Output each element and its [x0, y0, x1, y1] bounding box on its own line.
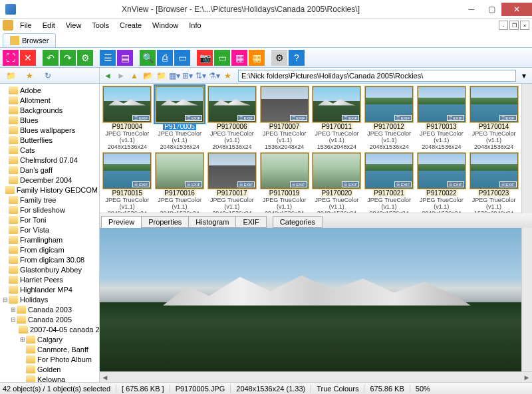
tab-histogram[interactable]: Histogram	[188, 216, 236, 228]
tree-item[interactable]: Kelowna	[0, 374, 99, 382]
view-thumbs-button[interactable]: ▦▾	[169, 70, 180, 81]
tab-exif[interactable]: EXIF	[235, 216, 266, 228]
rotate-left-button[interactable]: ↶	[43, 50, 59, 66]
tree-item[interactable]: Allotment	[0, 95, 99, 105]
menu-create[interactable]: Create	[116, 20, 146, 31]
thumbnail-grid[interactable]: ☰ EXIFP9170004JPEG TrueColor (v1.1)2048x…	[100, 84, 521, 213]
thumbnail[interactable]: ☰ EXIFP9170015JPEG TrueColor (v1.1)2048x…	[102, 153, 152, 213]
tree-item[interactable]: Family tree	[0, 195, 99, 205]
search-button[interactable]: 🔍	[140, 50, 156, 66]
tree-item[interactable]: Harriet Peers	[0, 274, 99, 284]
tree-item[interactable]: For slideshow	[0, 205, 99, 215]
thumbnail[interactable]: ☰ EXIFP9170020JPEG TrueColor (v1.1)2048x…	[312, 153, 362, 213]
tree-item[interactable]: ⊟Holidays	[0, 294, 99, 304]
thumbnail[interactable]: ☰ EXIFP9170005JPEG TrueColor (v1.1)2048x…	[155, 86, 205, 150]
tree-item[interactable]: From digicam	[0, 245, 99, 254]
thumbnail[interactable]: ☰ EXIFP9170019JPEG TrueColor (v1.1)2048x…	[259, 153, 309, 213]
folder-open-icon[interactable]: 📂	[142, 70, 153, 81]
tree-item[interactable]: 2007-04-05 canada 20	[0, 324, 99, 334]
menu-info[interactable]: Info	[185, 20, 205, 31]
menu-view[interactable]: View	[62, 20, 86, 31]
preview-scrollbar[interactable]	[521, 228, 532, 371]
tab-properties[interactable]: Properties	[141, 216, 189, 228]
sort-button[interactable]: ⇅▾	[196, 70, 206, 81]
forward-button[interactable]: ►	[116, 70, 126, 81]
tree-item[interactable]: Cats	[0, 145, 99, 155]
tree-item[interactable]: Blues wallpapers	[0, 125, 99, 135]
thumbnail[interactable]: ☰ EXIFP9170016JPEG TrueColor (v1.1)2048x…	[155, 153, 205, 213]
up-button[interactable]: ▲	[129, 70, 140, 81]
tree-item[interactable]: Family History GEDCOM	[0, 185, 99, 195]
folder-icon2[interactable]: 📁	[156, 70, 166, 81]
mdi-restore[interactable]: ❐	[509, 21, 519, 30]
tab-preview[interactable]: Preview	[101, 216, 142, 228]
scan-button[interactable]: ▭	[174, 50, 190, 66]
mdi-close[interactable]: ×	[520, 21, 529, 30]
filter-button[interactable]: ⚗▾	[209, 70, 219, 81]
menu-edit[interactable]: Edit	[39, 20, 59, 31]
thumbnail[interactable]: ☰ EXIFP9170012JPEG TrueColor (v1.1)2048x…	[364, 86, 414, 150]
slideshow-button[interactable]: ✕	[20, 50, 36, 66]
minimize-button[interactable]: ─	[462, 3, 481, 16]
address-bar[interactable]: E:\Nick folders\Pictures\Holidays\Canada…	[238, 70, 516, 82]
web-button[interactable]: ▦	[231, 50, 247, 66]
rotate-right-button[interactable]: ↷	[60, 50, 76, 66]
thumbnail[interactable]: ☰ EXIFP9170017JPEG TrueColor (v1.1)2048x…	[207, 153, 257, 213]
tree-item[interactable]: For Toni	[0, 215, 99, 225]
tree-item[interactable]: December 2004	[0, 175, 99, 185]
tree-item[interactable]: Backgrounds	[0, 105, 99, 115]
thumbnail[interactable]: ☰ EXIFP9170004JPEG TrueColor (v1.1)2048x…	[102, 86, 152, 150]
thumbnail[interactable]: ☰ EXIFP9170014JPEG TrueColor (v1.1)2048x…	[469, 86, 519, 150]
tab-categories[interactable]: Categories	[273, 216, 323, 228]
thumbnail[interactable]: ☰ EXIFP9170011JPEG TrueColor (v1.1)1536x…	[312, 86, 362, 150]
help-button[interactable]: ?	[289, 50, 305, 66]
fav-star-icon[interactable]: ★	[222, 70, 233, 81]
tree-item[interactable]: Adobe	[0, 85, 99, 95]
thumbnail[interactable]: ☰ EXIFP9170006JPEG TrueColor (v1.1)2048x…	[207, 86, 257, 150]
tree-item[interactable]: Dan's gaff	[0, 165, 99, 175]
tree-item[interactable]: From digicam 30.08	[0, 254, 99, 264]
slideshow2-button[interactable]: ▭	[214, 50, 230, 66]
tree-item[interactable]: Glastonbury Abbey	[0, 264, 99, 274]
tree-item[interactable]: ⊞Calgary	[0, 334, 99, 344]
mdi-minimize[interactable]: -	[499, 21, 508, 30]
tab-browser[interactable]: Browser	[3, 33, 56, 47]
menu-file[interactable]: File	[16, 20, 36, 31]
menu-tools[interactable]: Tools	[88, 20, 113, 31]
tree-item[interactable]: For Photo Album	[0, 354, 99, 364]
tree-item[interactable]: Butterflies	[0, 135, 99, 145]
tree-item[interactable]: Blues	[0, 115, 99, 125]
thumbnail[interactable]: ☰ EXIFP9170021JPEG TrueColor (v1.1)2048x…	[364, 153, 414, 213]
thumbnail[interactable]: ☰ EXIFP9170022JPEG TrueColor (v1.1)2048x…	[417, 153, 467, 213]
thumbnail[interactable]: ☰ EXIFP9170013JPEG TrueColor (v1.1)2048x…	[417, 86, 467, 150]
capture-button[interactable]: 📷	[197, 50, 213, 66]
preview-hscrollbar[interactable]: ◄►	[100, 371, 532, 382]
folder-tree[interactable]: AdobeAllotmentBackgroundsBluesBlues wall…	[0, 84, 100, 382]
thumbnail[interactable]: ☰ EXIFP9170023JPEG TrueColor (v1.1)1536x…	[469, 153, 519, 213]
new-folder-icon[interactable]: 📁	[5, 70, 16, 81]
thumbnail[interactable]: ☰ EXIFP9170007JPEG TrueColor (v1.1)1536x…	[259, 86, 309, 150]
tree-item[interactable]: ⊞Canada 2003	[0, 304, 99, 314]
fullscreen-button[interactable]: ⛶	[3, 50, 19, 66]
maximize-button[interactable]: ▢	[481, 3, 501, 16]
tree-item[interactable]: ⊟Canada 2005	[0, 314, 99, 324]
contact-button[interactable]: ▦	[249, 50, 265, 66]
settings-button[interactable]: ⚙	[271, 50, 287, 66]
favorite-icon[interactable]: ★	[24, 70, 35, 81]
menu-window[interactable]: Window	[148, 20, 182, 31]
tree-item[interactable]: Chelmsford 07.04	[0, 155, 99, 165]
print-button[interactable]: ⎙	[157, 50, 173, 66]
tree-item[interactable]: Canmore, Banff	[0, 344, 99, 354]
thumbs-scrollbar[interactable]	[521, 84, 532, 213]
tree-item[interactable]: Golden	[0, 364, 99, 374]
convert-button[interactable]: ⚙	[77, 50, 93, 66]
close-button[interactable]: ✕	[501, 3, 532, 16]
view-mode-button[interactable]: ⊞▾	[182, 70, 193, 81]
view-list-button[interactable]: ☰	[100, 50, 116, 66]
refresh-icon[interactable]: ↻	[43, 70, 53, 81]
back-button[interactable]: ◄	[102, 70, 113, 81]
tree-item[interactable]: Framlingham	[0, 235, 99, 245]
tree-item[interactable]: For Vista	[0, 225, 99, 235]
tree-item[interactable]: Highlander MP4	[0, 284, 99, 294]
view-details-button[interactable]: ▤	[117, 50, 133, 66]
